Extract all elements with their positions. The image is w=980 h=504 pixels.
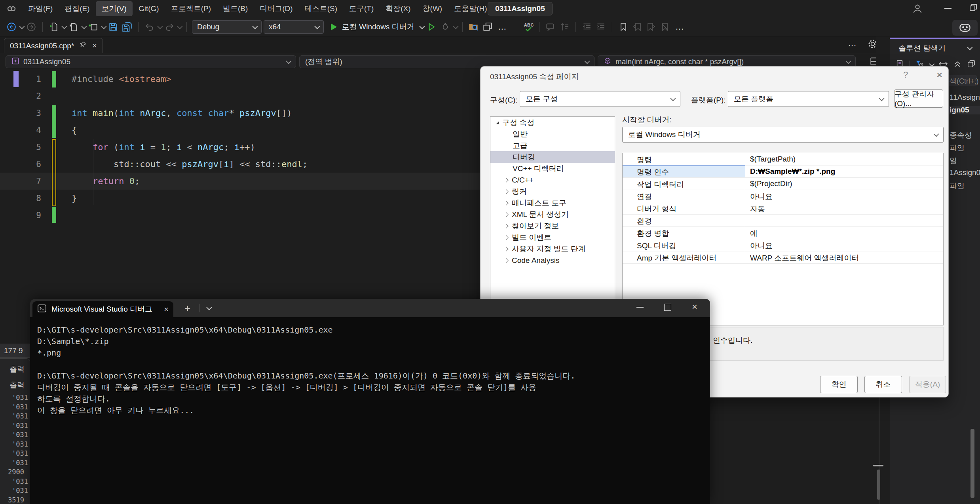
property-grid-row[interactable]: 작업 디렉터리$(ProjectDir) bbox=[623, 178, 943, 190]
new-tab-button[interactable]: + bbox=[184, 302, 190, 314]
next-bookmark-icon[interactable] bbox=[645, 21, 657, 33]
property-tree-item[interactable]: Code Analysis bbox=[490, 255, 615, 266]
new-project-icon[interactable] bbox=[48, 21, 60, 33]
property-tree-item[interactable]: XML 문서 생성기 bbox=[490, 209, 615, 220]
property-value[interactable]: 자동 bbox=[745, 202, 943, 214]
menu-item[interactable]: 도움말(H) bbox=[448, 1, 493, 16]
project-dropdown[interactable]: 0311Assign05 bbox=[6, 55, 296, 68]
increase-indent-icon[interactable] bbox=[595, 21, 607, 33]
previous-bookmark-icon[interactable] bbox=[631, 21, 643, 33]
spell-checker-icon[interactable]: ABC bbox=[524, 23, 534, 32]
open-file-icon[interactable] bbox=[68, 21, 80, 33]
collapse-arrow-icon[interactable] bbox=[504, 224, 508, 228]
property-value[interactable]: 아니요 bbox=[745, 190, 943, 202]
property-grid-row[interactable]: 명령$(TargetPath) bbox=[623, 153, 943, 165]
property-value[interactable] bbox=[745, 215, 943, 226]
property-tree-item[interactable]: 매니페스트 도구 bbox=[490, 197, 615, 209]
property-value[interactable]: 아니요 bbox=[745, 239, 943, 251]
menu-item[interactable]: 빌드(B) bbox=[217, 1, 254, 16]
close-button[interactable]: × bbox=[692, 301, 697, 312]
collapse-arrow-icon[interactable] bbox=[504, 235, 508, 240]
property-grid-row[interactable]: Amp 기본 액셀러레이터WARP 소프트웨어 액셀러레이터 bbox=[623, 251, 943, 264]
start-without-debugging-icon[interactable] bbox=[425, 21, 437, 33]
close-icon[interactable]: × bbox=[92, 41, 97, 50]
property-grid-row[interactable]: 명령 인수D:₩Sample₩*.zip *.png bbox=[623, 165, 943, 178]
collapse-arrow-icon[interactable] bbox=[504, 189, 508, 194]
solution-tree-item[interactable]: 파일 bbox=[950, 143, 980, 153]
toolbar-overflow-button[interactable]: … bbox=[496, 22, 510, 32]
find-in-files-icon[interactable] bbox=[468, 21, 480, 33]
navigate-back-icon[interactable] bbox=[6, 21, 17, 33]
property-value[interactable]: $(ProjectDir) bbox=[745, 178, 943, 190]
attach-to-process-icon[interactable] bbox=[482, 21, 494, 33]
add-new-item-icon[interactable] bbox=[87, 21, 99, 33]
property-tree-item[interactable]: 찾아보기 정보 bbox=[490, 220, 615, 232]
hot-reload-icon[interactable] bbox=[439, 21, 451, 33]
property-tree-item[interactable]: 사용자 지정 빌드 단계 bbox=[490, 243, 615, 255]
property-tree-item[interactable]: VC++ 디렉터리 bbox=[490, 163, 615, 174]
property-tree-item[interactable]: 고급 bbox=[490, 140, 615, 151]
collapse-arrow-icon[interactable] bbox=[504, 178, 508, 182]
property-value[interactable]: WARP 소프트웨어 액셀러레이터 bbox=[745, 251, 943, 263]
menu-item[interactable]: 도구(T) bbox=[343, 1, 380, 16]
ok-button[interactable]: 확인 bbox=[820, 376, 858, 393]
property-tree-item[interactable]: 빌드 이벤트 bbox=[490, 232, 615, 243]
editor-tab[interactable]: 0311Assign05.cpp* × bbox=[4, 38, 103, 53]
navigate-forward-icon[interactable] bbox=[25, 21, 37, 33]
property-grid-row[interactable]: SQL 디버깅아니요 bbox=[623, 239, 943, 251]
chevron-down-icon[interactable] bbox=[19, 23, 25, 29]
close-button[interactable]: × bbox=[936, 69, 942, 81]
property-tree-item[interactable]: C/C++ bbox=[490, 174, 615, 186]
collapse-arrow-icon[interactable] bbox=[504, 247, 508, 251]
scrollbar-thumb[interactable] bbox=[971, 429, 974, 498]
document-overflow-button[interactable]: … bbox=[845, 38, 860, 48]
menu-item[interactable]: Git(G) bbox=[133, 2, 165, 15]
pin-icon[interactable] bbox=[80, 41, 87, 50]
account-icon[interactable] bbox=[912, 3, 923, 16]
minimize-button[interactable] bbox=[636, 307, 644, 308]
chevron-down-icon[interactable] bbox=[453, 23, 458, 29]
help-button[interactable]: ? bbox=[903, 70, 908, 80]
property-grid-row[interactable]: 환경 병합예 bbox=[623, 227, 943, 239]
console-titlebar[interactable]: Microsoft Visual Studio 디버그 × + × bbox=[30, 299, 710, 317]
close-icon[interactable]: × bbox=[164, 305, 169, 314]
solution-tree-item[interactable]: 일 bbox=[950, 156, 980, 166]
menu-item[interactable]: 디버그(D) bbox=[254, 1, 298, 16]
menu-item[interactable]: 테스트(S) bbox=[299, 1, 343, 16]
console-output[interactable]: D:\GIT\s-developer\Src\0311Assign05\x64\… bbox=[37, 324, 704, 416]
menu-item[interactable]: 편집(E) bbox=[59, 1, 95, 16]
collapse-arrow-icon[interactable] bbox=[504, 201, 508, 205]
save-icon[interactable] bbox=[107, 21, 119, 33]
start-debugging-icon[interactable] bbox=[331, 23, 337, 30]
redo-icon[interactable] bbox=[163, 21, 175, 33]
property-grid-row[interactable]: 디버거 형식자동 bbox=[623, 202, 943, 215]
splitter-grip[interactable] bbox=[873, 465, 883, 466]
copy-icon[interactable] bbox=[967, 59, 976, 70]
menu-item[interactable]: 보기(V) bbox=[96, 1, 133, 16]
property-grid-row[interactable]: 연결아니요 bbox=[623, 190, 943, 202]
uncomment-icon[interactable] bbox=[558, 21, 570, 33]
configuration-dropdown[interactable]: 모든 구성 bbox=[520, 91, 680, 107]
minimize-button[interactable] bbox=[944, 8, 952, 9]
scrollbar-thumb[interactable] bbox=[877, 470, 880, 500]
property-tree-item[interactable]: 디버깅 bbox=[490, 151, 615, 163]
collapse-all-icon[interactable] bbox=[953, 59, 962, 70]
solution-configuration-dropdown[interactable]: Debug bbox=[192, 20, 262, 34]
menu-item[interactable]: 창(W) bbox=[417, 1, 448, 16]
property-tree-item[interactable]: 링커 bbox=[490, 186, 615, 197]
platform-dropdown[interactable]: 모든 플랫폼 bbox=[728, 91, 889, 107]
cancel-button[interactable]: 취소 bbox=[864, 376, 902, 393]
solution-tree-item[interactable]: ign05 bbox=[947, 106, 980, 114]
menu-item[interactable]: 프로젝트(P) bbox=[165, 1, 217, 16]
toolbar-overflow-button[interactable]: … bbox=[673, 22, 687, 32]
property-tree-item[interactable]: 일반 bbox=[490, 128, 615, 140]
collapse-arrow-icon[interactable] bbox=[504, 258, 508, 262]
save-all-icon[interactable] bbox=[121, 21, 133, 33]
solution-tree-item[interactable]: 파일 bbox=[950, 181, 980, 191]
property-grid-row[interactable]: 환경 bbox=[623, 215, 943, 227]
property-value[interactable]: $(TargetPath) bbox=[745, 153, 943, 165]
chevron-down-icon[interactable] bbox=[206, 305, 212, 310]
property-value[interactable]: D:₩Sample₩*.zip *.png bbox=[745, 165, 943, 177]
solution-tree-item[interactable]: 1Assign0 bbox=[950, 168, 980, 177]
decrease-indent-icon[interactable] bbox=[581, 21, 593, 33]
